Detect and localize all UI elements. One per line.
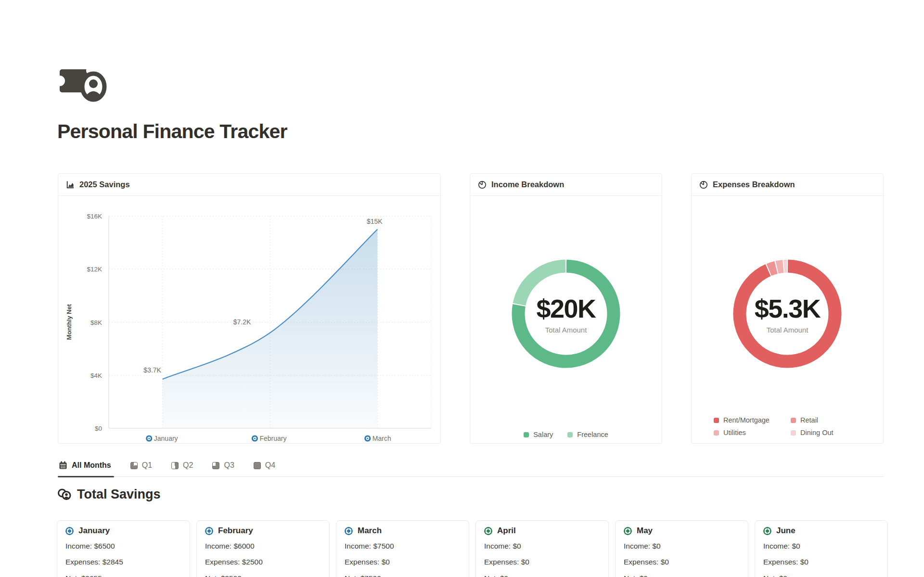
bullseye-donut-icon bbox=[65, 527, 74, 535]
svg-text:$16K: $16K bbox=[87, 213, 102, 220]
income-panel-title: Income Breakdown bbox=[491, 180, 564, 189]
income-line: Income: $0 bbox=[624, 541, 740, 551]
svg-text:$4K: $4K bbox=[90, 372, 102, 379]
net-line: Net: $0 bbox=[484, 574, 600, 577]
pie-chart-icon bbox=[478, 180, 487, 189]
svg-text:January: January bbox=[154, 435, 178, 442]
utilities-label: Utilities bbox=[723, 429, 746, 436]
net-line: Net: $3500 bbox=[205, 574, 321, 577]
area-chart-icon bbox=[66, 180, 75, 189]
money-portrait-icon bbox=[59, 65, 107, 104]
tab-all-months[interactable]: All Months bbox=[58, 460, 112, 476]
savings-panel-title: 2025 Savings bbox=[79, 180, 130, 189]
income-line: Income: $6500 bbox=[65, 541, 181, 551]
legend-item-salary[interactable]: Salary bbox=[524, 431, 553, 438]
retail-label: Retail bbox=[800, 416, 818, 424]
net-line: Net: $0 bbox=[624, 574, 740, 577]
expenses-legend: Rent/Mortgage Retail Utilities Dining Ou… bbox=[714, 416, 834, 436]
total-savings-title: Total Savings bbox=[77, 487, 161, 502]
legend-item-utilities[interactable]: Utilities bbox=[714, 429, 791, 436]
tab-q1-label: Q1 bbox=[142, 461, 152, 470]
tab-q4[interactable]: Q4 bbox=[253, 460, 276, 476]
expenses-line: Expenses: $0 bbox=[484, 557, 600, 566]
savings-panel: 2025 Savings $0$4K$8K$12K$16K$3.7K$7.2K$… bbox=[58, 173, 441, 444]
freelance-swatch bbox=[567, 432, 573, 437]
quarter-2-icon bbox=[171, 462, 179, 469]
expenses-donut-center: $5.3K Total Amount bbox=[692, 295, 883, 334]
income-line: Income: $0 bbox=[484, 541, 600, 551]
freelance-label: Freelance bbox=[577, 431, 608, 438]
dining-label: Dining Out bbox=[800, 429, 834, 436]
month-card-january[interactable]: January Income: $6500 Expenses: $2845 Ne… bbox=[57, 520, 190, 577]
svg-text:February: February bbox=[259, 435, 286, 442]
expenses-line: Expenses: $2500 bbox=[205, 557, 321, 566]
svg-text:$7.2K: $7.2K bbox=[233, 318, 251, 326]
quarter-1-icon bbox=[130, 462, 138, 469]
expenses-donut-area: $5.3K Total Amount Rent/Mortgage Retail … bbox=[692, 196, 883, 444]
bullseye-donut-icon bbox=[624, 527, 632, 535]
quarter-4-icon bbox=[254, 462, 261, 469]
income-total-value: $20K bbox=[470, 295, 662, 321]
expenses-line: Expenses: $0 bbox=[763, 557, 879, 566]
tab-q3-label: Q3 bbox=[224, 461, 234, 470]
expenses-total-value: $5.3K bbox=[692, 295, 883, 321]
tab-q2[interactable]: Q2 bbox=[170, 460, 194, 476]
net-line: Net: $3655 bbox=[65, 574, 181, 577]
svg-text:$0: $0 bbox=[95, 425, 102, 432]
month-card-june[interactable]: June Income: $0 Expenses: $0 Net: $0 bbox=[755, 520, 888, 577]
svg-text:$12K: $12K bbox=[87, 266, 102, 273]
utilities-swatch bbox=[714, 430, 719, 436]
rent-label: Rent/Mortgage bbox=[723, 416, 770, 424]
month-name: March bbox=[358, 526, 382, 536]
legend-item-rent[interactable]: Rent/Mortgage bbox=[714, 416, 791, 424]
month-card-march[interactable]: March Income: $7500 Expenses: $0 Net: $7… bbox=[336, 520, 469, 577]
coins-icon bbox=[57, 488, 72, 501]
income-donut-center: $20K Total Amount bbox=[470, 295, 662, 334]
month-filter-tabs: All Months Q1 Q2 Q3 Q4 bbox=[58, 460, 884, 477]
net-line: Net: $7500 bbox=[345, 574, 461, 577]
quarter-3-icon bbox=[212, 462, 219, 469]
salary-label: Salary bbox=[533, 431, 553, 438]
rent-swatch bbox=[714, 418, 719, 423]
expenses-panel-title: Expenses Breakdown bbox=[713, 180, 795, 189]
income-total-caption: Total Amount bbox=[470, 326, 662, 334]
month-card-april[interactable]: April Income: $0 Expenses: $0 Net: $0 bbox=[475, 520, 609, 577]
savings-line-chart: $0$4K$8K$12K$16K$3.7K$7.2K$15KJanuaryFeb… bbox=[58, 196, 440, 444]
bullseye-donut-icon bbox=[484, 527, 492, 535]
legend-item-freelance[interactable]: Freelance bbox=[567, 431, 608, 438]
pie-chart-icon bbox=[699, 180, 708, 189]
tab-q1[interactable]: Q1 bbox=[129, 460, 153, 476]
bullseye-donut-icon bbox=[763, 527, 771, 535]
legend-item-retail[interactable]: Retail bbox=[791, 416, 834, 424]
month-name: May bbox=[637, 526, 653, 536]
income-line: Income: $6000 bbox=[205, 541, 321, 551]
legend-item-dining[interactable]: Dining Out bbox=[791, 429, 834, 436]
svg-text:Monthly Net: Monthly Net bbox=[65, 304, 73, 340]
month-name: April bbox=[497, 526, 516, 536]
income-legend: Salary Freelance bbox=[470, 431, 662, 438]
income-panel-header: Income Breakdown bbox=[470, 174, 662, 196]
bullseye-donut-icon bbox=[345, 527, 353, 535]
expenses-line: Expenses: $2845 bbox=[65, 557, 181, 566]
month-card-february[interactable]: February Income: $6000 Expenses: $2500 N… bbox=[196, 520, 330, 577]
total-savings-heading: Total Savings bbox=[57, 487, 161, 502]
svg-text:$3.7K: $3.7K bbox=[143, 366, 161, 374]
income-line: Income: $7500 bbox=[345, 541, 461, 551]
month-name: June bbox=[776, 526, 796, 536]
expenses-line: Expenses: $0 bbox=[345, 557, 461, 566]
bullseye-donut-icon bbox=[205, 527, 213, 535]
month-name: February bbox=[218, 526, 253, 536]
expenses-total-caption: Total Amount bbox=[692, 326, 883, 334]
income-donut-area: $20K Total Amount Salary Freelance bbox=[470, 196, 662, 444]
expenses-panel: Expenses Breakdown $5.3K Total Amount Re… bbox=[691, 173, 884, 444]
tab-all-months-label: All Months bbox=[72, 461, 111, 470]
tab-q3[interactable]: Q3 bbox=[211, 460, 235, 476]
retail-swatch bbox=[791, 418, 796, 423]
month-card-may[interactable]: May Income: $0 Expenses: $0 Net: $0 bbox=[615, 520, 748, 577]
income-line: Income: $0 bbox=[763, 541, 879, 551]
dining-swatch bbox=[791, 430, 796, 436]
svg-text:$8K: $8K bbox=[90, 319, 102, 326]
month-name: January bbox=[78, 526, 110, 536]
salary-swatch bbox=[524, 432, 529, 437]
calendar-icon bbox=[59, 461, 67, 470]
